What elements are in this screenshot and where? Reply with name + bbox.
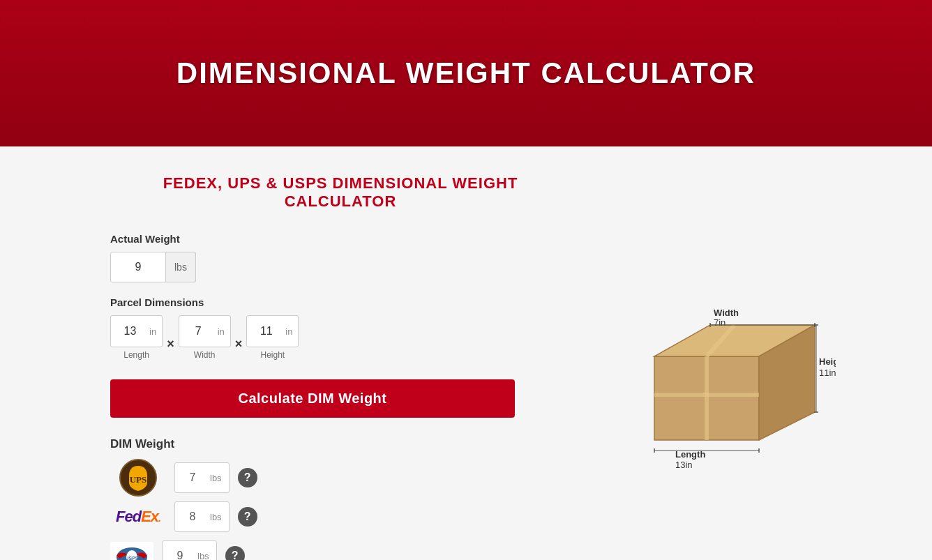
height-input-wrap: in: [246, 315, 299, 347]
length-group: in Length: [110, 315, 163, 360]
usps-result-unit: lbs: [197, 551, 216, 561]
main-content: FEDEX, UPS & USPS DIMENSIONAL WEIGHT CAL…: [82, 146, 850, 560]
actual-weight-input[interactable]: [110, 252, 166, 282]
fedex-result-value: 8: [175, 510, 210, 523]
actual-weight-row: lbs: [110, 252, 571, 282]
fedex-help-icon[interactable]: ?: [238, 507, 257, 527]
fedex-result-box: 8 lbs: [174, 501, 230, 532]
width-label-text: Width: [714, 308, 739, 318]
fedex-logo-text: FedEx.: [116, 508, 160, 526]
calculate-dim-weight-button[interactable]: Calculate DIM Weight: [110, 379, 515, 418]
height-label-text: Height: [819, 356, 836, 367]
calculator-panel: FEDEX, UPS & USPS DIMENSIONAL WEIGHT CAL…: [110, 174, 571, 560]
ups-result-value: 7: [175, 471, 210, 484]
fedex-logo: FedEx.: [110, 501, 166, 532]
usps-result-box: 9 lbs: [162, 540, 217, 560]
parcel-dimensions-row: in Length × in Width × in Heigh: [110, 315, 571, 360]
parcel-dimensions-label: Parcel Dimensions: [110, 296, 571, 308]
box-diagram-svg: Width 7in Height 11in Length 13in: [612, 266, 836, 489]
width-label: Width: [194, 350, 216, 360]
fedex-row: FedEx. 8 lbs ?: [110, 501, 571, 532]
ups-logo: UPS: [110, 462, 166, 493]
actual-weight-label: Actual Weight: [110, 233, 571, 245]
ups-row: UPS 7 lbs ?: [110, 462, 571, 493]
width-unit: in: [218, 326, 230, 337]
height-val-text: 11in: [819, 368, 836, 378]
svg-text:UPS: UPS: [130, 474, 147, 485]
ups-result-box: 7 lbs: [174, 462, 230, 493]
usps-help-icon[interactable]: ?: [225, 546, 245, 560]
width-val-text: 7in: [714, 317, 726, 328]
hero-title: DIMENSIONAL WEIGHT CALCULATOR: [176, 56, 756, 90]
fedex-result-unit: lbs: [210, 512, 229, 522]
length-val-text: 13in: [675, 460, 693, 470]
width-group: in Width: [179, 315, 231, 360]
multiply-sign-2: ×: [231, 337, 247, 360]
width-input-wrap: in: [179, 315, 231, 347]
width-input[interactable]: [179, 316, 218, 347]
section-title: FEDEX, UPS & USPS DIMENSIONAL WEIGHT CAL…: [110, 174, 571, 211]
height-unit: in: [285, 326, 298, 337]
ups-logo-svg: UPS: [119, 459, 157, 497]
usps-logo-svg: USPS: [110, 542, 153, 560]
dim-weight-title: DIM Weight: [110, 437, 571, 451]
usps-row: USPS 9 lbs ?: [110, 540, 571, 560]
length-unit: in: [149, 326, 162, 337]
multiply-sign-1: ×: [163, 337, 179, 360]
usps-logo: USPS: [110, 540, 153, 560]
hero-section: DIMENSIONAL WEIGHT CALCULATOR: [0, 0, 932, 146]
height-label: Height: [261, 350, 285, 360]
svg-text:USPS: USPS: [125, 556, 138, 560]
height-group: in Height: [246, 315, 299, 360]
length-input-wrap: in: [110, 315, 163, 347]
ups-help-icon[interactable]: ?: [238, 468, 257, 487]
ups-result-unit: lbs: [210, 473, 229, 483]
box-diagram-panel: Width 7in Height 11in Length 13in: [612, 174, 836, 560]
length-input[interactable]: [111, 316, 149, 347]
usps-result-value: 9: [163, 550, 197, 560]
length-label: Length: [123, 350, 149, 360]
actual-weight-unit: lbs: [166, 252, 196, 282]
height-input[interactable]: [247, 316, 285, 347]
